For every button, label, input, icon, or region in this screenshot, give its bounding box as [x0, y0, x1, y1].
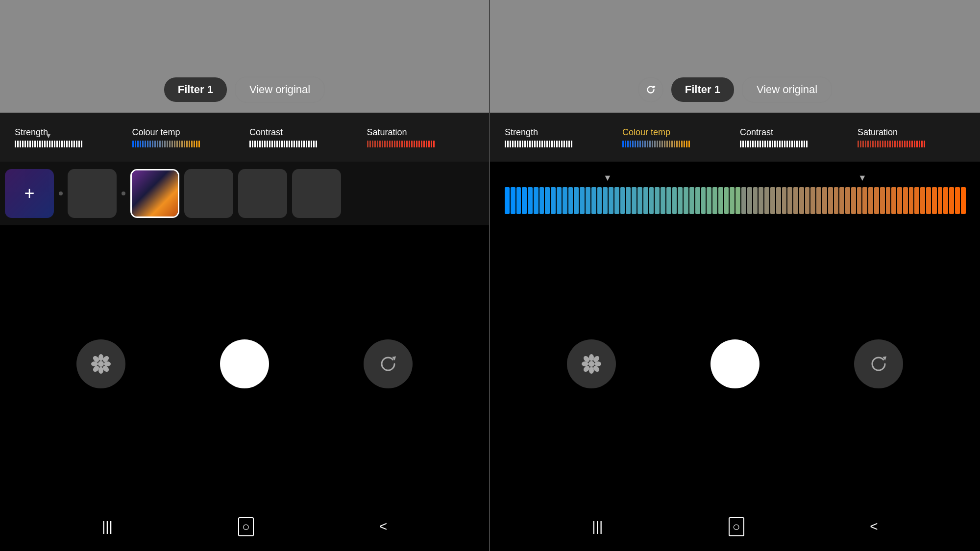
contrast-control-right[interactable]: Contrast — [735, 127, 853, 147]
colour-temp-slider-right[interactable] — [622, 141, 730, 147]
svg-point-2 — [98, 367, 103, 374]
contrast-control-left[interactable]: Contrast — [245, 127, 362, 147]
flower-icon-right — [579, 352, 604, 376]
bottom-controls-left — [0, 225, 489, 502]
colour-temp-label-right: Colour temp — [622, 127, 670, 138]
reset-button-right[interactable] — [854, 339, 903, 388]
strength-slider-right[interactable] — [505, 141, 612, 147]
saturation-control-left[interactable]: Saturation — [362, 127, 480, 147]
nav-bar-left: ||| ○ < — [0, 502, 489, 551]
add-filter-button-left[interactable]: + — [5, 169, 54, 218]
strength-label-right: Strength — [505, 127, 538, 138]
preview-area-right: Filter 1 View original — [490, 0, 980, 113]
reset-top-button-right[interactable] — [638, 77, 663, 102]
home-nav-icon-right[interactable]: ○ — [729, 517, 744, 536]
arrows-row-right: ▼ ▼ — [505, 173, 965, 183]
menu-nav-icon-left[interactable]: ||| — [102, 519, 113, 534]
svg-point-1 — [98, 354, 103, 361]
svg-point-4 — [104, 361, 111, 366]
contrast-slider-left[interactable] — [249, 141, 357, 147]
effects-button-right[interactable] — [567, 339, 616, 388]
svg-point-13 — [589, 367, 594, 374]
colour-temp-label-left: Colour temp — [132, 127, 180, 138]
contrast-label-right: Contrast — [740, 127, 773, 138]
colour-temp-control-left[interactable]: Colour temp — [127, 127, 245, 147]
filter-thumb-4-left[interactable] — [184, 169, 233, 218]
bottom-controls-right — [490, 225, 980, 502]
menu-nav-icon-right[interactable]: ||| — [592, 519, 603, 534]
flower-icon-left — [89, 352, 113, 376]
right-panel: Filter 1 View original Strength Colour t… — [490, 0, 980, 551]
colour-temp-control-right[interactable]: Colour temp — [617, 127, 735, 147]
filter-thumb-5-left[interactable] — [238, 169, 287, 218]
sync-icon-left — [376, 352, 400, 376]
preview-area-left: Filter 1 View original — [0, 0, 489, 113]
svg-point-3 — [91, 361, 98, 366]
back-nav-icon-right[interactable]: < — [870, 519, 878, 534]
reset-top-icon-right — [644, 83, 658, 96]
svg-point-0 — [98, 361, 104, 367]
shutter-button-right[interactable] — [710, 339, 760, 388]
filter-thumb-3-left[interactable] — [130, 169, 179, 218]
contrast-slider-right[interactable] — [740, 141, 848, 147]
saturation-slider-left[interactable] — [367, 141, 475, 147]
colour-temp-expanded-right: ▼ ▼ — [490, 162, 980, 225]
colour-temp-slider-left[interactable] — [132, 141, 240, 147]
effects-button-left[interactable] — [76, 339, 125, 388]
dot-left-2 — [122, 192, 125, 195]
filter-img-left — [132, 170, 178, 216]
view-original-button-left[interactable]: View original — [235, 76, 325, 103]
dot-left-1 — [59, 192, 63, 195]
filter-button-right[interactable]: Filter 1 — [671, 77, 734, 102]
shutter-button-left[interactable] — [220, 339, 269, 388]
left-panel: Filter 1 View original Strength (functio… — [0, 0, 490, 551]
arrow2-right: ▼ — [858, 173, 867, 183]
svg-point-11 — [588, 361, 594, 367]
view-original-button-right[interactable]: View original — [742, 76, 832, 103]
strength-slider-left[interactable]: (function() { for (var i = 0; i < 28; i+… — [15, 141, 122, 147]
controls-bar-left: Strength (function() { for (var i = 0; i… — [0, 113, 489, 162]
reset-button-left[interactable] — [364, 339, 413, 388]
strength-label-left: Strength — [15, 127, 48, 138]
back-nav-icon-left[interactable]: < — [379, 519, 387, 534]
saturation-label-left: Saturation — [367, 127, 407, 138]
saturation-label-right: Saturation — [858, 127, 898, 138]
filter-button-left[interactable]: Filter 1 — [164, 77, 227, 102]
filters-row-left: + — [0, 162, 489, 225]
strength-control-left[interactable]: Strength (function() { for (var i = 0; i… — [10, 127, 127, 147]
gradient-ticks-right[interactable] — [505, 187, 965, 214]
home-nav-icon-left[interactable]: ○ — [238, 517, 254, 536]
sync-icon-right — [866, 352, 891, 376]
strength-control-right[interactable]: Strength — [500, 127, 617, 147]
svg-point-15 — [594, 361, 601, 366]
contrast-label-left: Contrast — [249, 127, 283, 138]
svg-point-14 — [582, 361, 588, 366]
nav-bar-right: ||| ○ < — [490, 502, 980, 551]
controls-bar-right: Strength Colour temp Contrast Saturation — [490, 113, 980, 162]
svg-point-12 — [589, 354, 594, 361]
saturation-slider-right[interactable] — [858, 141, 965, 147]
saturation-control-right[interactable]: Saturation — [853, 127, 970, 147]
filter-thumb-6-left[interactable] — [292, 169, 341, 218]
filter-thumb-2-left[interactable] — [68, 169, 117, 218]
arrow1-right: ▼ — [603, 173, 612, 183]
